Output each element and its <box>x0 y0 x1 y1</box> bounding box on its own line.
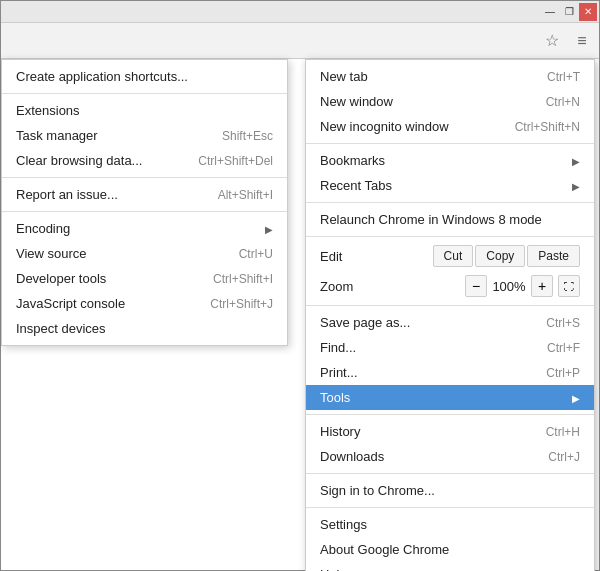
menu-item-downloads[interactable]: Downloads Ctrl+J <box>306 444 594 469</box>
tools-submenu-item-inspect-devices[interactable]: Inspect devices <box>2 316 287 341</box>
close-button[interactable]: ✕ <box>579 3 597 21</box>
menu-item-new-incognito[interactable]: New incognito window Ctrl+Shift+N <box>306 114 594 139</box>
menu-item-relaunch[interactable]: Relaunch Chrome in Windows 8 mode <box>306 207 594 232</box>
divider-4 <box>306 305 594 306</box>
menu-item-help[interactable]: Help <box>306 562 594 571</box>
zoom-in-button[interactable]: + <box>531 275 553 297</box>
divider-6 <box>306 473 594 474</box>
menu-item-new-window[interactable]: New window Ctrl+N <box>306 89 594 114</box>
tools-divider-3 <box>2 211 287 212</box>
minimize-button[interactable]: — <box>541 3 559 21</box>
restore-button[interactable]: ❐ <box>560 3 578 21</box>
tools-submenu-item-report-issue[interactable]: Report an issue... Alt+Shift+I <box>2 182 287 207</box>
dropdown-menu: New tab Ctrl+T New window Ctrl+N New inc… <box>305 59 595 571</box>
encoding-arrow <box>265 221 273 236</box>
divider-5 <box>306 414 594 415</box>
tools-submenu-item-encoding[interactable]: Encoding <box>2 216 287 241</box>
edit-row: Edit Cut Copy Paste <box>306 241 594 271</box>
menu-item-signin[interactable]: Sign in to Chrome... <box>306 478 594 503</box>
zoom-value: 100% <box>490 279 528 294</box>
divider-3 <box>306 236 594 237</box>
tools-submenu-item-developer-tools[interactable]: Developer tools Ctrl+Shift+I <box>2 266 287 291</box>
zoom-controls: − 100% + ⛶ <box>465 275 580 297</box>
tools-submenu-item-extensions[interactable]: Extensions <box>2 98 287 123</box>
tools-submenu-item-view-source[interactable]: View source Ctrl+U <box>2 241 287 266</box>
menu-item-save-page[interactable]: Save page as... Ctrl+S <box>306 310 594 335</box>
fullscreen-button[interactable]: ⛶ <box>558 275 580 297</box>
edit-buttons: Cut Copy Paste <box>433 245 580 267</box>
zoom-out-button[interactable]: − <box>465 275 487 297</box>
divider-7 <box>306 507 594 508</box>
browser-window: — ❐ ✕ ☆ ≡ SECURE Hacker Proof 🔒 🚫 100% F <box>0 0 600 571</box>
cut-button[interactable]: Cut <box>433 245 474 267</box>
zoom-row: Zoom − 100% + ⛶ <box>306 271 594 301</box>
bookmarks-arrow <box>572 153 580 168</box>
tools-divider-2 <box>2 177 287 178</box>
toolbar: ☆ ≡ <box>1 23 599 59</box>
tools-submenu-item-app-shortcuts[interactable]: Create application shortcuts... <box>2 64 287 89</box>
menu-item-find[interactable]: Find... Ctrl+F <box>306 335 594 360</box>
tools-arrow <box>572 390 580 405</box>
tools-submenu: Create application shortcuts... Extensio… <box>1 59 288 346</box>
menu-item-settings[interactable]: Settings <box>306 512 594 537</box>
paste-button[interactable]: Paste <box>527 245 580 267</box>
menu-item-bookmarks[interactable]: Bookmarks <box>306 148 594 173</box>
divider-2 <box>306 202 594 203</box>
star-icon[interactable]: ☆ <box>539 28 565 54</box>
menu-item-about[interactable]: About Google Chrome <box>306 537 594 562</box>
tools-submenu-item-clear-browsing[interactable]: Clear browsing data... Ctrl+Shift+Del <box>2 148 287 173</box>
menu-item-tools[interactable]: Tools <box>306 385 594 410</box>
title-bar: — ❐ ✕ <box>1 1 599 23</box>
tools-divider-1 <box>2 93 287 94</box>
divider-1 <box>306 143 594 144</box>
menu-icon[interactable]: ≡ <box>569 28 595 54</box>
menu-item-recent-tabs[interactable]: Recent Tabs <box>306 173 594 198</box>
tools-submenu-item-js-console[interactable]: JavaScript console Ctrl+Shift+J <box>2 291 287 316</box>
menu-item-new-tab[interactable]: New tab Ctrl+T <box>306 64 594 89</box>
recent-tabs-arrow <box>572 178 580 193</box>
menu-item-history[interactable]: History Ctrl+H <box>306 419 594 444</box>
copy-button[interactable]: Copy <box>475 245 525 267</box>
menu-item-print[interactable]: Print... Ctrl+P <box>306 360 594 385</box>
tools-submenu-item-task-manager[interactable]: Task manager Shift+Esc <box>2 123 287 148</box>
